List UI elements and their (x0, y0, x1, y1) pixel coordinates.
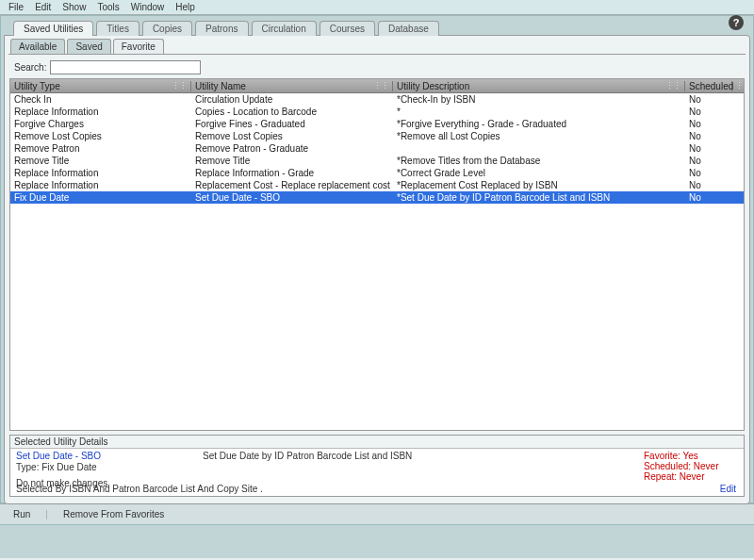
grip-icon: ⋮⋮ (735, 81, 745, 91)
tab-courses[interactable]: Courses (320, 21, 375, 36)
cell-sched: No (685, 131, 732, 141)
cell-sched: No (685, 143, 732, 154)
details-favorite: Favorite: Yes (644, 451, 738, 461)
bottom-strip (0, 524, 754, 558)
cell-desc: *Replacement Cost Replaced by ISBN (393, 180, 685, 190)
cell-sched: No (685, 192, 732, 203)
menu-show[interactable]: Show (57, 2, 90, 12)
cell-name: Set Due Date - SBO (191, 192, 393, 203)
details-selected-by: Selected By ISBN And Patron Barcode List… (16, 484, 263, 494)
table-row[interactable]: Remove Lost CopiesRemove Lost Copies*Rem… (10, 130, 744, 142)
details-scheduled: Scheduled: Never (644, 461, 738, 471)
cell-sched: No (685, 94, 732, 105)
selected-utility-details: Selected Utility Details Set Due Date - … (9, 435, 745, 497)
cell-desc: *Remove Titles from the Database (393, 156, 685, 166)
details-name: Set Due Date - SBO (16, 451, 203, 461)
details-type: Type: Fix Due Date (16, 462, 203, 472)
table-row[interactable]: Replace InformationReplace Information -… (10, 167, 744, 179)
grip-icon: ⋮⋮ (172, 81, 187, 91)
cell-type: Replace Information (10, 180, 191, 190)
secondary-panel: Search: Utility Type⋮⋮ Utility Name⋮⋮ Ut… (8, 54, 746, 497)
table-row[interactable]: Replace InformationCopies - Location to … (10, 106, 744, 118)
menu-help[interactable]: Help (171, 2, 200, 12)
cell-desc: *Forgive Everything - Grade - Graduated (393, 119, 685, 129)
cell-type: Fix Due Date (10, 192, 191, 203)
menu-file[interactable]: File (4, 2, 28, 12)
cell-sched: No (685, 156, 732, 166)
cell-type: Check In (10, 94, 191, 105)
col-utility-type[interactable]: Utility Type⋮⋮ (10, 81, 191, 91)
details-description: Set Due Date by ID Patron Barcode List a… (203, 451, 644, 461)
col-scheduled[interactable]: Scheduled⋮⋮ (685, 81, 732, 91)
table-body: Check InCirculation Update*Check-In by I… (10, 93, 744, 204)
cell-sched: No (685, 107, 732, 117)
table-row[interactable]: Fix Due DateSet Due Date - SBO*Set Due D… (10, 191, 744, 204)
table-header: Utility Type⋮⋮ Utility Name⋮⋮ Utility De… (10, 79, 744, 93)
tab-saved[interactable]: Saved (67, 39, 110, 54)
cell-desc: *Check-In by ISBN (393, 94, 685, 105)
run-button[interactable]: Run (8, 509, 36, 519)
cell-sched: No (685, 168, 732, 178)
search-row: Search: (8, 55, 746, 78)
cell-name: Remove Title (191, 156, 393, 166)
cell-type: Replace Information (10, 168, 191, 178)
secondary-tabs: Available Saved Favorite (5, 36, 749, 54)
menu-edit[interactable]: Edit (30, 2, 56, 12)
primary-panel: ? Available Saved Favorite Search: Utili… (4, 35, 750, 504)
cell-type: Replace Information (10, 107, 191, 117)
menu-window[interactable]: Window (126, 2, 170, 12)
details-section-title: Selected Utility Details (10, 436, 744, 449)
search-label: Search: (14, 62, 46, 73)
search-input[interactable] (50, 60, 201, 74)
action-bar: Run | Remove From Favorites (0, 503, 754, 524)
table-row[interactable]: Check InCirculation Update*Check-In by I… (10, 93, 744, 106)
table-row[interactable]: Remove TitleRemove Title*Remove Titles f… (10, 155, 744, 167)
tab-patrons[interactable]: Patrons (195, 21, 248, 36)
cell-type: Remove Patron (10, 143, 191, 154)
cell-name: Copies - Location to Barcode (191, 107, 393, 117)
tab-copies[interactable]: Copies (142, 21, 192, 36)
tab-available[interactable]: Available (10, 39, 65, 54)
cell-sched: No (685, 180, 732, 190)
tab-titles[interactable]: Titles (96, 21, 139, 36)
tab-circulation[interactable]: Circulation (252, 21, 317, 36)
utilities-table: Utility Type⋮⋮ Utility Name⋮⋮ Utility De… (9, 78, 745, 431)
grip-icon: ⋮⋮ (665, 81, 680, 91)
cell-desc: *Set Due Date by ID Patron Barcode List … (393, 192, 685, 203)
table-row[interactable]: Remove PatronRemove Patron - GraduateNo (10, 142, 744, 155)
table-row[interactable]: Forgive ChargesForgive Fines - Graduated… (10, 118, 744, 130)
col-utility-name[interactable]: Utility Name⋮⋮ (191, 81, 393, 91)
cell-desc: *Correct Grade Level (393, 168, 685, 178)
grip-icon: ⋮⋮ (373, 81, 388, 91)
content-area: Saved Utilities Titles Copies Patrons Ci… (0, 15, 754, 503)
tab-saved-utilities[interactable]: Saved Utilities (13, 21, 93, 36)
primary-tabs: Saved Utilities Titles Copies Patrons Ci… (4, 21, 750, 36)
edit-link[interactable]: Edit (720, 484, 736, 494)
cell-type: Forgive Charges (10, 119, 191, 129)
cell-type: Remove Lost Copies (10, 131, 191, 141)
cell-name: Remove Lost Copies (191, 131, 393, 141)
cell-name: Circulation Update (191, 94, 393, 105)
separator: | (45, 509, 48, 519)
menubar: File Edit Show Tools Window Help (0, 0, 754, 15)
menu-tools[interactable]: Tools (92, 2, 123, 12)
details-repeat: Repeat: Never (644, 471, 738, 482)
cell-name: Remove Patron - Graduate (191, 143, 393, 154)
cell-name: Replacement Cost - Replace replacement c… (191, 180, 393, 190)
cell-type: Remove Title (10, 156, 191, 166)
cell-name: Forgive Fines - Graduated (191, 119, 393, 129)
remove-from-favorites-button[interactable]: Remove From Favorites (57, 509, 170, 519)
cell-sched: No (685, 119, 732, 129)
cell-desc: *Remove all Lost Copies (393, 131, 685, 141)
tab-database[interactable]: Database (378, 21, 439, 36)
cell-desc: * (393, 107, 685, 117)
col-utility-description[interactable]: Utility Description⋮⋮ (393, 81, 685, 91)
tab-favorite[interactable]: Favorite (113, 39, 164, 54)
cell-name: Replace Information - Grade (191, 168, 393, 178)
table-row[interactable]: Replace InformationReplacement Cost - Re… (10, 179, 744, 191)
